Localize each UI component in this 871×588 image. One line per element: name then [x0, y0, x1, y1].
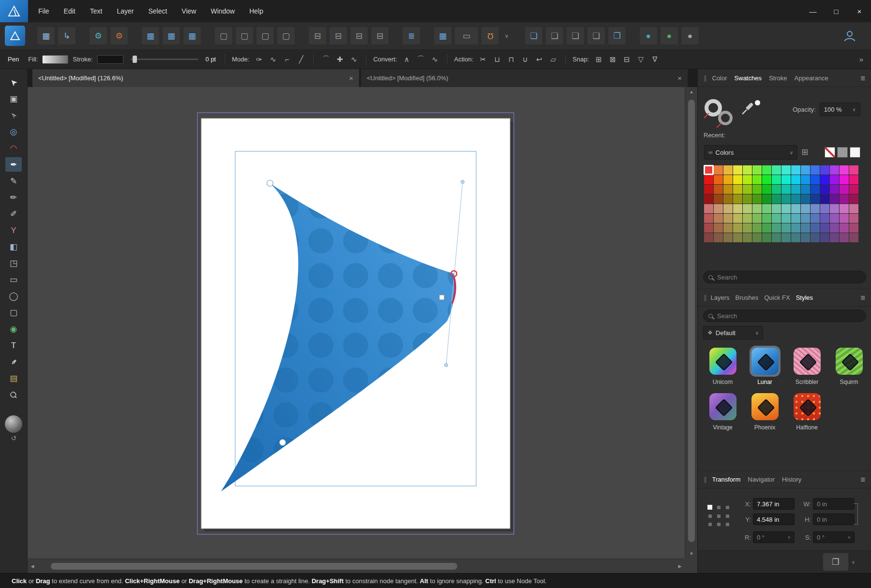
mode-polygon-icon[interactable]: ⌐	[282, 55, 292, 63]
stroke-width-slider[interactable]	[131, 59, 198, 60]
swatch-r2-c1[interactable]	[714, 185, 723, 194]
scroll-up-icon[interactable]: ▲	[685, 87, 697, 97]
rectangle-tool[interactable]: ▭	[5, 272, 22, 287]
boolean-intersect-button[interactable]: ●	[681, 27, 699, 45]
swatch-r1-c9[interactable]	[791, 175, 800, 184]
palette-select[interactable]: ∞ Colors ∨	[704, 145, 797, 160]
swatch-r1-c2[interactable]	[723, 175, 733, 184]
convert-smooth-icon[interactable]: ⌒	[416, 55, 426, 64]
swatch-r5-c2[interactable]	[723, 214, 733, 223]
swatch-r6-c15[interactable]	[849, 223, 858, 233]
w-field[interactable]: 0 in	[813, 498, 855, 510]
menu-layer[interactable]: Layer	[109, 0, 141, 22]
replace-selection-button[interactable]: ▢	[277, 27, 295, 45]
snap-grid-button[interactable]: ▦	[162, 27, 180, 45]
swatch-r2-c10[interactable]	[801, 185, 810, 194]
rubber-band-mode-icon[interactable]: ⌒	[320, 55, 331, 64]
swatch-r1-c10[interactable]	[801, 175, 810, 184]
close-button[interactable]: ×	[848, 0, 871, 22]
menu-edit[interactable]: Edit	[57, 0, 83, 22]
swatch-r6-c3[interactable]	[733, 223, 742, 233]
panel-drag-handle-icon[interactable]: ∥	[704, 294, 707, 301]
style-lunar[interactable]: Lunar	[744, 346, 786, 385]
swatch-r0-c5[interactable]	[752, 165, 762, 175]
swatch-r6-c14[interactable]	[840, 223, 849, 233]
swatch-r7-c14[interactable]	[840, 233, 849, 242]
swatch-r2-c11[interactable]	[811, 185, 820, 194]
anchor-dot[interactable]	[708, 514, 712, 518]
swatch-r7-c4[interactable]	[743, 233, 752, 242]
curve-node-left[interactable]	[280, 440, 286, 446]
r-field[interactable]: 0 °∨	[753, 531, 795, 543]
swatch-r4-c4[interactable]	[743, 204, 752, 213]
swatch-r5-c8[interactable]	[781, 214, 791, 223]
style-vintage[interactable]: Vintage	[702, 391, 744, 431]
swatch-r3-c15[interactable]	[849, 194, 858, 204]
anchor-point-selector[interactable]	[706, 502, 732, 529]
swatch-r4-c8[interactable]	[781, 204, 791, 213]
snapping-magnet-button[interactable]: Ω	[481, 27, 499, 45]
document-tab-1[interactable]: <Untitled> [Modified] (126.6%)×	[32, 69, 359, 87]
style-scribbler[interactable]: Scribbler	[786, 346, 828, 385]
transform-clear-button[interactable]: ❏	[587, 27, 605, 45]
swatch-r0-c7[interactable]	[772, 165, 781, 175]
anchor-dot[interactable]	[717, 514, 721, 518]
swatch-r0-c4[interactable]	[743, 165, 752, 175]
swatch-r2-c0[interactable]	[704, 185, 713, 194]
swatch-r2-c6[interactable]	[762, 185, 771, 194]
s-field[interactable]: 0 °∨	[813, 531, 855, 543]
panel-menu-icon[interactable]: ≣	[860, 476, 866, 483]
swatch-r7-c1[interactable]	[714, 233, 723, 242]
insert-above-button[interactable]: ▢	[256, 27, 274, 45]
account-button[interactable]	[840, 26, 859, 45]
swatch-r0-c13[interactable]	[830, 165, 839, 175]
panel-tab-layers[interactable]: Layers	[711, 294, 730, 301]
color-picker-tool[interactable]: ✒	[5, 354, 22, 369]
swatch-r4-c13[interactable]	[830, 204, 839, 213]
swatch-r5-c6[interactable]	[762, 214, 771, 223]
swatch-r1-c0[interactable]	[704, 175, 713, 184]
maximize-button[interactable]: □	[825, 0, 848, 22]
swatch-r4-c14[interactable]	[840, 204, 849, 213]
swatch-r1-c1[interactable]	[714, 175, 723, 184]
swatch-r3-c8[interactable]	[781, 194, 791, 204]
corner-tool[interactable]: ◠	[5, 141, 22, 155]
snap-node-node-icon[interactable]: ⊠	[607, 55, 618, 64]
panel-tab-navigator[interactable]: Navigator	[748, 476, 775, 483]
swatch-r1-c15[interactable]	[849, 175, 858, 184]
anchor-dot[interactable]	[726, 506, 729, 509]
swatch-r1-c14[interactable]	[840, 175, 849, 184]
node-tool[interactable]: ➢	[5, 108, 22, 122]
panel-tab-quick-fx[interactable]: Quick FX	[764, 294, 790, 301]
panel-tab-stroke[interactable]: Stroke	[769, 74, 787, 82]
swatch-r2-c9[interactable]	[791, 185, 800, 194]
duplicate-button[interactable]: ❏	[525, 27, 543, 45]
snap-node-geometry-icon[interactable]: ⊟	[621, 55, 632, 64]
vector-brush-tool[interactable]: ✐	[5, 206, 22, 221]
swatch-r3-c12[interactable]	[820, 194, 829, 204]
swatch-r7-c8[interactable]	[781, 233, 791, 242]
swatch-r3-c5[interactable]	[752, 194, 762, 204]
swatch-r5-c9[interactable]	[791, 214, 800, 223]
menu-file[interactable]: File	[31, 0, 57, 22]
swatch-r6-c4[interactable]	[743, 223, 752, 233]
shape-tool[interactable]: ◉	[5, 322, 22, 336]
swatch-r3-c7[interactable]	[772, 194, 781, 204]
panel-menu-icon[interactable]: ≣	[860, 294, 866, 301]
swatch-r6-c6[interactable]	[762, 223, 771, 233]
swatch-r4-c6[interactable]	[762, 204, 771, 213]
panel-drag-handle-icon[interactable]: ∥	[704, 74, 707, 82]
swatch-r0-c12[interactable]	[820, 165, 829, 175]
mode-smart-icon[interactable]: ∿	[268, 55, 278, 64]
boolean-subtract-button[interactable]: ●	[660, 27, 678, 45]
swatch-r1-c7[interactable]	[772, 175, 781, 184]
swatch-r0-c10[interactable]	[801, 165, 810, 175]
swatch-r6-c11[interactable]	[811, 223, 820, 233]
swatch-r2-c7[interactable]	[772, 185, 781, 194]
scroll-down-icon[interactable]: ▼	[685, 549, 697, 559]
move-to-back-button[interactable]: ⊟	[308, 27, 327, 45]
swatch-r1-c4[interactable]	[743, 175, 752, 184]
white-swatch[interactable]	[850, 147, 860, 158]
scroll-right-icon[interactable]: ▶	[675, 559, 685, 573]
swatch-r5-c0[interactable]	[704, 214, 713, 223]
